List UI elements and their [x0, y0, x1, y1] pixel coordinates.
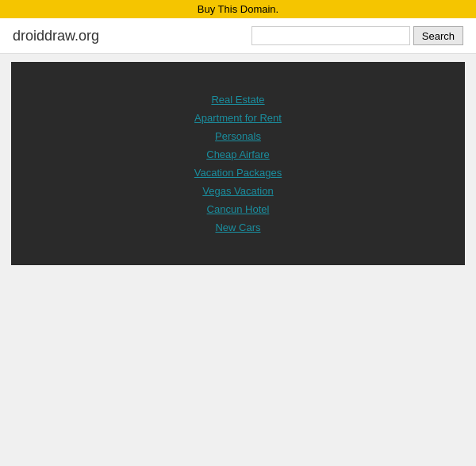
- main-link[interactable]: Vacation Packages: [194, 167, 282, 179]
- main-link[interactable]: Apartment for Rent: [194, 112, 282, 124]
- main-link[interactable]: Cheap Airfare: [206, 148, 270, 160]
- main-link[interactable]: Vegas Vacation: [202, 185, 273, 197]
- buy-domain-link[interactable]: Buy This Domain.: [198, 3, 278, 15]
- main-link[interactable]: New Cars: [215, 221, 260, 233]
- top-banner: Buy This Domain.: [0, 0, 476, 18]
- main-link[interactable]: Personals: [215, 130, 261, 142]
- main-link[interactable]: Real Estate: [211, 94, 264, 106]
- links-container: Real EstateApartment for RentPersonalsCh…: [194, 94, 282, 233]
- main-content: Real EstateApartment for RentPersonalsCh…: [11, 62, 465, 265]
- site-title: droiddraw.org: [13, 28, 99, 44]
- search-button[interactable]: Search: [413, 26, 463, 45]
- search-form: Search: [251, 26, 463, 45]
- main-link[interactable]: Cancun Hotel: [207, 203, 270, 215]
- search-input[interactable]: [251, 26, 410, 45]
- header: droiddraw.org Search: [0, 18, 476, 54]
